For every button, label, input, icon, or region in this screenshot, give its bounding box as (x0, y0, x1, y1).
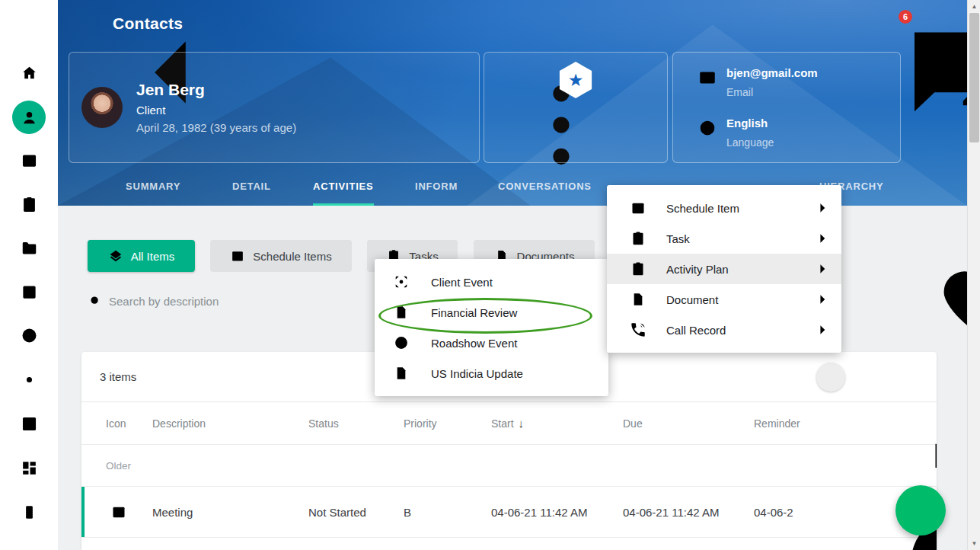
fab-add-button[interactable] (895, 485, 946, 536)
add-item-button[interactable] (816, 363, 845, 392)
tab-summary[interactable]: SUMMARY (126, 163, 180, 206)
email-row: bjen@gmail.com Email (697, 66, 900, 98)
table-column-headers: Icon Description Status Priority Start ↓… (81, 402, 937, 445)
menu-item-us-indicia-update[interactable]: US Indicia Update (375, 358, 608, 389)
column-due[interactable]: Due (623, 417, 754, 430)
column-reminder[interactable]: Reminder (754, 417, 937, 430)
language-label: Language (726, 136, 774, 149)
menu-icon (20, 15, 39, 34)
group-row-older[interactable]: Older (81, 445, 937, 487)
complete-row-button[interactable] (839, 503, 857, 521)
sidebar-item-settings[interactable] (18, 369, 40, 390)
profile-card-menu-button[interactable] (447, 68, 464, 85)
sidebar-item-billing[interactable] (18, 281, 40, 302)
sidebar (0, 0, 58, 550)
row-type-icon-cell (106, 504, 152, 520)
menu-item-schedule-item[interactable]: Schedule Item (607, 193, 841, 223)
home-icon (20, 63, 39, 82)
contact-info-card: bjen@gmail.com Email English Language (672, 52, 901, 163)
column-description[interactable]: Description (152, 417, 308, 430)
notifications-button[interactable]: 6 (888, 15, 906, 34)
contact-type: Client (136, 104, 296, 117)
globe-icon (697, 118, 717, 138)
tab-activities-active[interactable]: ACTIVITIES (313, 163, 374, 206)
sidebar-item-contacts-active[interactable] (12, 101, 46, 134)
bar-chart-icon (20, 414, 39, 433)
chevron-right-icon (814, 321, 831, 338)
favorite-button[interactable] (868, 243, 888, 263)
profile-text: Jen Berg Client April 28, 1982 (39 years… (136, 81, 296, 134)
sidebar-item-tasks[interactable] (18, 193, 40, 215)
language-row: English Language (697, 117, 900, 149)
edit-row-button[interactable] (809, 504, 824, 520)
window-scrollbar[interactable]: ▲ ▼ (967, 0, 980, 550)
menu-item-activity-plan-highlighted[interactable]: Activity Plan (607, 254, 841, 284)
tab-inform[interactable]: INFORM (415, 163, 458, 206)
tab-conversations[interactable]: CONVERSATIONS (498, 163, 592, 206)
scrollbar-down-arrow[interactable]: ▼ (968, 537, 980, 550)
clipboard-icon (630, 230, 646, 247)
edit-filters-button[interactable] (915, 243, 935, 263)
account-button[interactable] (934, 15, 953, 34)
sidebar-item-calendar[interactable] (18, 149, 40, 171)
contact-name: Jen Berg (136, 81, 296, 99)
scrollbar-up-arrow[interactable]: ▲ (968, 0, 980, 13)
items-count: 3 items (100, 370, 136, 383)
activity-type-menu: Client Event Financial Review Roadshow E… (375, 259, 608, 396)
billing-icon (20, 283, 39, 302)
menu-item-document[interactable]: Document (607, 284, 841, 315)
menu-item-roadshow-event[interactable]: Roadshow Event (375, 328, 608, 358)
email-icon (697, 68, 717, 88)
messages-button[interactable] (842, 15, 860, 34)
phone-icon (630, 321, 646, 338)
menu-item-financial-review[interactable]: Financial Review (375, 297, 608, 328)
star-circle-icon (20, 326, 39, 345)
clipboard-icon (630, 261, 646, 277)
filter-chip-all-items[interactable]: All Items (88, 240, 195, 272)
language-value: English (726, 117, 774, 130)
sidebar-item-mobile[interactable] (18, 501, 40, 523)
back-button[interactable] (76, 15, 94, 34)
menu-button[interactable] (18, 14, 40, 35)
dashboard-icon (20, 459, 39, 478)
center-focus-icon (393, 273, 410, 290)
search-input[interactable] (109, 295, 353, 308)
mobile-vibration-icon (20, 503, 39, 522)
menu-item-client-event[interactable]: Client Event (375, 267, 608, 297)
sidebar-item-reports[interactable] (18, 413, 40, 434)
tabs-overflow-chevron[interactable] (921, 177, 936, 192)
column-icon[interactable]: Icon (106, 417, 152, 430)
chip-label: All Items (131, 250, 175, 263)
menu-item-task[interactable]: Task (607, 223, 841, 254)
hierarchy-view-button[interactable] (865, 369, 882, 385)
add-circle-icon (393, 334, 410, 351)
tab-detail[interactable]: DETAIL (232, 163, 271, 206)
sidebar-item-favorites[interactable] (18, 325, 40, 346)
row-accent-bar (81, 487, 85, 537)
table-row[interactable]: Meeting Not Started B 04-06-21 11:42 AM … (81, 487, 937, 538)
header-zone: Contacts 6 Jen Berg Client April 28, 198… (58, 0, 967, 206)
calendar-icon (230, 248, 245, 264)
app-window: Contacts 6 Jen Berg Client April 28, 198… (0, 0, 980, 550)
sidebar-item-dashboard[interactable] (18, 457, 40, 478)
column-start-sorted[interactable]: Start ↓ (491, 417, 623, 430)
scrollbar-thumb[interactable] (969, 13, 979, 142)
search-bar (88, 294, 353, 308)
tasks-icon (20, 195, 39, 214)
plus-icon (823, 369, 838, 385)
top-app-bar: Contacts 6 (58, 0, 967, 49)
folder-icon (20, 238, 39, 257)
menu-item-call-record[interactable]: Call Record (607, 315, 841, 345)
chevron-right-icon (814, 200, 831, 216)
sidebar-item-home[interactable] (18, 62, 40, 83)
sidebar-item-documents[interactable] (18, 237, 40, 258)
column-status[interactable]: Status (308, 417, 404, 430)
filter-chip-schedule-items[interactable]: Schedule Items (210, 240, 352, 272)
page-title: Contacts (113, 14, 183, 33)
cell-status: Not Started (308, 506, 404, 519)
column-priority[interactable]: Priority (404, 417, 491, 430)
document-icon (630, 291, 646, 308)
chevron-right-icon (814, 261, 831, 277)
table-menu-button[interactable] (902, 369, 917, 385)
calendar-icon (20, 151, 39, 170)
